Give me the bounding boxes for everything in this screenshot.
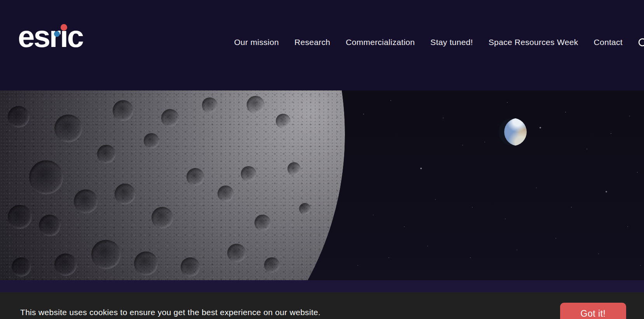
nav-item-commercialization[interactable]: Commercialization [346, 38, 415, 47]
moon-crater [264, 257, 280, 273]
cookie-message: This website uses cookies to ensure you … [20, 308, 320, 317]
earth-image [499, 118, 527, 146]
moon-crater [91, 240, 121, 269]
moon-crater [227, 244, 246, 262]
moon-crater [151, 207, 173, 229]
moon-crater [202, 97, 218, 113]
search-icon[interactable] [637, 37, 644, 50]
logo-wordmark: esrıc [18, 24, 83, 49]
main-nav: Our mission Research Commercialization S… [234, 38, 623, 47]
moon-crater [241, 166, 256, 182]
moon-crater [54, 253, 77, 276]
moon-crater [54, 114, 82, 142]
page: esrıc Our mission Research Commercializa… [0, 0, 644, 319]
moon-crater [254, 215, 271, 231]
moon-crater [218, 186, 234, 202]
logo-text-left: esr [18, 19, 60, 54]
moon-crater [29, 160, 63, 194]
logo-blue-dot-icon [54, 31, 60, 37]
earth-lit-side [504, 118, 527, 146]
nav-item-stay-tuned[interactable]: Stay tuned! [430, 38, 473, 47]
moon-crater [8, 205, 32, 229]
nav-item-our-mission[interactable]: Our mission [234, 38, 279, 47]
nav-item-contact[interactable]: Contact [594, 38, 623, 47]
moon-crater [299, 203, 311, 215]
moon-crater [161, 109, 179, 127]
moon-crater [134, 251, 158, 276]
moon-crater [287, 162, 301, 175]
moon-crater [113, 100, 134, 121]
cookie-banner: This website uses cookies to ensure you … [0, 292, 644, 319]
moon-crater [276, 114, 291, 128]
hero-image [0, 90, 644, 280]
nav-item-space-resources-week[interactable]: Space Resources Week [489, 38, 578, 47]
cookie-accept-button[interactable]: Got it! [560, 303, 626, 319]
moon-crater [144, 133, 159, 149]
moon-crater [39, 215, 61, 236]
moon-crater [115, 184, 136, 205]
moon-crater [12, 257, 31, 277]
moon-crater [247, 96, 265, 114]
moon-crater [74, 189, 98, 213]
logo-red-dot-icon [61, 24, 67, 31]
site-header: esrıc Our mission Research Commercializa… [0, 0, 644, 90]
section-divider [0, 280, 644, 292]
moon-image [0, 90, 644, 280]
moon-crater [186, 168, 204, 186]
moon-crater [97, 145, 116, 163]
moon-crater [8, 106, 30, 128]
nav-item-research[interactable]: Research [294, 38, 330, 47]
moon-crater [181, 257, 200, 277]
logo[interactable]: esrıc [18, 23, 84, 49]
